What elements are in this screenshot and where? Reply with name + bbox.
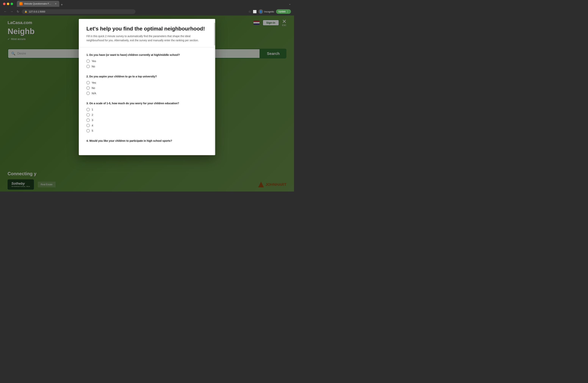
question-3-option-4[interactable]: 4 bbox=[86, 124, 208, 127]
active-tab[interactable]: Website Questionnaire Form Te ✕ bbox=[17, 1, 59, 7]
radio-button-q1-yes[interactable] bbox=[86, 59, 90, 63]
update-label: Update bbox=[278, 10, 286, 13]
tab-controls: ⌄ bbox=[289, 2, 291, 5]
update-button[interactable]: Update ⋮ bbox=[276, 9, 291, 14]
radio-button-q1-no[interactable] bbox=[86, 65, 90, 68]
browser-toolbar-right: ☆ ⬜ 👤 Incognito Update ⋮ bbox=[248, 9, 291, 14]
modal-scrollbar[interactable] bbox=[214, 19, 215, 155]
security-icon: 🔒 bbox=[24, 10, 27, 13]
minimize-window-button[interactable] bbox=[7, 3, 9, 5]
forward-button[interactable]: → bbox=[9, 9, 14, 14]
incognito-icon: 👤 bbox=[259, 9, 263, 14]
incognito-label: Incognito bbox=[264, 10, 274, 13]
radio-label-q3-4: 4 bbox=[92, 124, 93, 127]
radio-button-q3-4[interactable] bbox=[86, 124, 90, 127]
radio-button-q3-5[interactable] bbox=[86, 129, 90, 133]
refresh-button[interactable]: ↻ bbox=[16, 9, 20, 14]
new-tab-button[interactable]: + bbox=[61, 3, 63, 7]
radio-label-q1-yes: Yes bbox=[92, 60, 96, 63]
close-window-button[interactable] bbox=[3, 3, 5, 5]
radio-label-q3-5: 5 bbox=[92, 129, 93, 132]
modal-subtitle: Fill in this quick 2 minute survey to au… bbox=[86, 34, 208, 43]
address-bar[interactable]: 🔒 127.0.0.1:5000 bbox=[22, 9, 135, 14]
question-1-block: 1. Do you have (or want to have) childre… bbox=[86, 53, 208, 68]
question-2-block: 2. Do you aspire your children to go to … bbox=[86, 75, 208, 95]
question-3-option-2[interactable]: 2 bbox=[86, 113, 208, 116]
question-2-option-na[interactable]: N/A bbox=[86, 92, 208, 95]
question-4-block: 4. Would you like your children to parti… bbox=[86, 139, 208, 142]
radio-label-q1-no: No bbox=[92, 65, 95, 68]
tab-title: Website Questionnaire Form Te bbox=[24, 2, 52, 5]
radio-button-q3-2[interactable] bbox=[86, 113, 90, 116]
modal-overlay[interactable]: Let's help you find the optimal neighbou… bbox=[0, 16, 294, 192]
survey-modal: Let's help you find the optimal neighbou… bbox=[79, 19, 215, 155]
radio-button-q3-3[interactable] bbox=[86, 118, 90, 122]
question-4-text: 4. Would you like your children to parti… bbox=[86, 139, 208, 142]
radio-label-q3-3: 3 bbox=[92, 119, 93, 122]
question-2-option-no[interactable]: No bbox=[86, 86, 208, 90]
radio-label-q3-1: 1 bbox=[92, 108, 93, 111]
modal-body: 1. Do you have (or want to have) childre… bbox=[79, 47, 215, 155]
back-button[interactable]: ← bbox=[3, 9, 8, 14]
update-chevron: ⋮ bbox=[286, 10, 289, 13]
radio-button-q2-yes[interactable] bbox=[86, 81, 90, 84]
question-3-option-1[interactable]: 1 bbox=[86, 108, 208, 111]
radio-button-q2-no[interactable] bbox=[86, 86, 90, 90]
browser-chrome: Website Questionnaire Form Te ✕ + ⌄ ← → … bbox=[0, 0, 294, 16]
incognito-button[interactable]: 👤 Incognito bbox=[259, 9, 274, 14]
maximize-window-button[interactable] bbox=[11, 3, 13, 5]
question-2-text: 2. Do you aspire your children to go to … bbox=[86, 75, 208, 78]
browser-titlebar: Website Questionnaire Form Te ✕ + ⌄ bbox=[0, 0, 294, 8]
modal-scrollbar-thumb bbox=[214, 23, 215, 45]
question-1-text: 1. Do you have (or want to have) childre… bbox=[86, 53, 208, 57]
browser-tabs: Website Questionnaire Form Te ✕ + bbox=[17, 1, 286, 7]
address-text: 127.0.0.1:5000 bbox=[29, 10, 45, 13]
radio-label-q3-2: 2 bbox=[92, 113, 93, 116]
radio-button-q2-na[interactable] bbox=[86, 92, 90, 95]
reader-mode-button[interactable]: ⬜ bbox=[253, 10, 257, 13]
window-controls bbox=[3, 3, 13, 5]
modal-header: Let's help you find the optimal neighbou… bbox=[79, 19, 215, 47]
tab-favicon bbox=[20, 2, 22, 5]
question-3-text: 3. On a scale of 1-5, how much do you wo… bbox=[86, 102, 208, 105]
question-3-option-3[interactable]: 3 bbox=[86, 118, 208, 122]
question-1-option-no[interactable]: No bbox=[86, 65, 208, 68]
question-2-option-yes[interactable]: Yes bbox=[86, 81, 208, 84]
tab-close-button[interactable]: ✕ bbox=[55, 2, 57, 5]
radio-button-q3-1[interactable] bbox=[86, 108, 90, 111]
bookmark-button[interactable]: ☆ bbox=[248, 10, 251, 13]
radio-label-q2-yes: Yes bbox=[92, 81, 96, 84]
question-3-option-5[interactable]: 5 bbox=[86, 129, 208, 133]
radio-label-q2-no: No bbox=[92, 86, 95, 90]
browser-addressbar: ← → ↻ 🔒 127.0.0.1:5000 ☆ ⬜ 👤 Incognito U… bbox=[0, 8, 294, 16]
question-3-block: 3. On a scale of 1-5, how much do you wo… bbox=[86, 102, 208, 133]
question-1-option-yes[interactable]: Yes bbox=[86, 59, 208, 63]
page-background: LaCasa.com Sign-in ✕ ESC Neighb ✓ Most a… bbox=[0, 16, 294, 192]
radio-label-q2-na: N/A bbox=[92, 92, 96, 95]
modal-title: Let's help you find the optimal neighbou… bbox=[86, 26, 208, 32]
